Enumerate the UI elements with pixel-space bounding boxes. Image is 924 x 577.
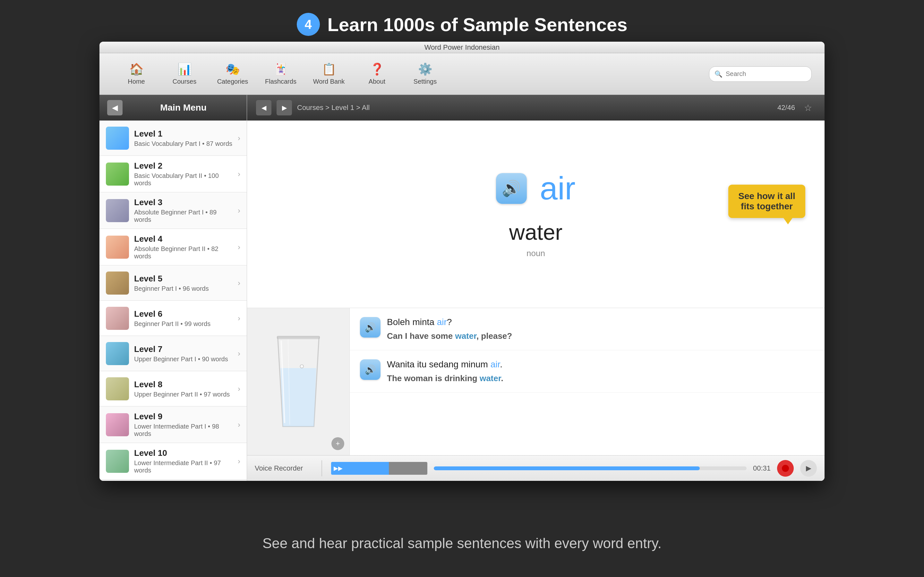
level-name-2: Level 2 [134,161,233,171]
level-info-1: Level 1 Basic Vocabulary Part I • 87 wor… [134,129,233,147]
home-icon: 🏠 [129,63,144,76]
app-title: Word Power Indonesian [425,43,499,52]
sentence-item-2: 🔊 Wanita itu sedang minum air. The woman… [350,350,825,393]
courses-label: Courses [173,78,196,85]
sentence-english-1: Can I have some water, please? [387,331,814,341]
toolbar-courses[interactable]: 📊 Courses [160,58,208,90]
app-window: Word Power Indonesian 🏠 Home 📊 Courses 🎭… [99,42,825,481]
toolbar-home[interactable]: 🏠 Home [112,58,160,90]
toolbar-settings[interactable]: ⚙️ Settings [401,58,449,90]
play-button[interactable]: ▶ [800,460,817,477]
sentence-indonesian-1: Boleh minta air? [387,317,814,327]
sentence-text-1: Boleh minta air? Can I have some water, … [387,317,814,341]
sentences-section: + 🔊 Boleh minta air? Can I hav [247,308,825,455]
level-item-7[interactable]: Level 7 Upper Beginner Part I • 90 words… [99,336,247,371]
level-item-8[interactable]: Level 8 Upper Beginner Part II • 97 word… [99,371,247,406]
recorder-progress-fill [434,466,700,470]
toolbar-flashcards[interactable]: 🃏 Flashcards [257,58,305,90]
word-card: 🔊 air water noun See how it all fits tog… [247,121,825,308]
toolbar-about[interactable]: ❓ About [353,58,401,90]
glass-image [260,334,337,430]
level-thumb-2 [106,163,129,185]
search-input[interactable] [726,70,806,77]
level-thumb-6 [106,307,129,330]
bottom-caption: See and hear practical sample sentences … [0,535,924,551]
flashcards-icon: 🃏 [274,63,288,76]
step-number: 4 [297,13,320,36]
wordbank-icon: 📋 [322,63,336,76]
search-bar[interactable]: 🔍 [709,66,812,82]
chevron-icon-3: › [238,206,240,215]
level-desc-10: Lower Intermediate Part II • 97 words [134,459,233,474]
sentence-english-plain-1: Can I have some [387,331,455,341]
sentence-english-plain-2: The woman is drinking [387,374,480,383]
level-info-6: Level 6 Beginner Part II • 99 words [134,309,233,327]
sentence-english-highlight-1: water [455,331,477,341]
level-thumb-3 [106,199,129,222]
settings-label: Settings [414,78,437,85]
sidebar-back-button[interactable]: ◀ [107,100,123,115]
breadcrumb-bar: ◀ ▶ Courses > Level 1 > All 42/46 ☆ [247,95,825,121]
sentence-audio-button-2[interactable]: 🔊 [360,359,381,380]
level-item-6[interactable]: Level 6 Beginner Part II • 99 words › [99,301,247,336]
recorder-time: 00:31 [753,464,771,472]
svg-point-0 [300,364,304,368]
level-item-2[interactable]: Level 2 Basic Vocabulary Part II • 100 w… [99,156,247,192]
sidebar-title: Main Menu [128,103,239,113]
level-item-10[interactable]: Level 10 Lower Intermediate Part II • 97… [99,443,247,480]
recorder-progress-bar[interactable] [434,466,746,470]
top-heading-section: 4 Learn 1000s of Sample Sentences [0,0,924,45]
chevron-icon-6: › [238,314,240,323]
sentence-indonesian-suffix-1: ? [447,317,452,327]
level-name-9: Level 9 [134,412,233,422]
next-button[interactable]: ▶ [276,100,292,115]
level-item-1[interactable]: Level 1 Basic Vocabulary Part I • 87 wor… [99,121,247,156]
chevron-icon-9: › [238,420,240,429]
level-info-7: Level 7 Upper Beginner Part I • 90 words [134,344,233,363]
sentence-english-suffix-2: . [501,374,503,383]
about-icon: ❓ [370,63,384,76]
card-counter: 42/46 [777,103,795,112]
toolbar-wordbank[interactable]: 📋 Word Bank [305,58,353,90]
level-item-5[interactable]: Level 5 Beginner Part I • 96 words › [99,266,247,301]
level-desc-9: Lower Intermediate Part I • 98 words [134,423,233,438]
level-info-10: Level 10 Lower Intermediate Part II • 97… [134,448,233,474]
level-info-2: Level 2 Basic Vocabulary Part II • 100 w… [134,161,233,187]
level-desc-3: Absolute Beginner Part I • 89 words [134,209,233,223]
level-thumb-7 [106,342,129,365]
level-name-4: Level 4 [134,234,233,244]
svg-rect-1 [277,336,320,339]
chevron-icon-2: › [238,169,240,179]
waveform-indicator: ▶▶ [334,465,342,472]
level-item-3[interactable]: Level 3 Absolute Beginner Part I • 89 wo… [99,192,247,229]
courses-icon: 📊 [178,63,192,76]
sentence-indonesian-plain-2: Wanita itu sedang minum [387,359,491,369]
record-button[interactable] [777,460,794,477]
level-desc-2: Basic Vocabulary Part II • 100 words [134,172,233,187]
settings-icon: ⚙️ [418,63,433,76]
level-desc-5: Beginner Part I • 96 words [134,285,233,292]
sentence-indonesian-plain-1: Boleh minta [387,317,437,327]
level-thumb-4 [106,235,129,259]
level-info-4: Level 4 Absolute Beginner Part II • 82 w… [134,234,233,260]
zoom-button[interactable]: + [331,437,344,450]
level-info-9: Level 9 Lower Intermediate Part I • 98 w… [134,412,233,438]
sentence-audio-button-1[interactable]: 🔊 [360,317,381,338]
sentence-indonesian-2: Wanita itu sedang minum air. [387,359,814,370]
recorder-waveform: ▶▶ [331,462,427,475]
voice-recorder: Voice Recorder ▶▶ 00:31 ▶ [247,455,825,481]
title-bar: Word Power Indonesian [99,42,825,53]
level-thumb-8 [106,377,129,400]
word-audio-button[interactable]: 🔊 [496,173,527,204]
caption-text: See and hear practical sample sentences … [262,535,662,551]
prev-button[interactable]: ◀ [256,100,271,115]
level-item-9[interactable]: Level 9 Lower Intermediate Part I • 98 w… [99,406,247,443]
sentence-indonesian-highlight-1: air [437,317,447,327]
level-item-4[interactable]: Level 4 Absolute Beginner Part II • 82 w… [99,229,247,266]
chevron-icon-1: › [238,134,240,143]
toolbar-categories[interactable]: 🎭 Categories [208,58,257,90]
categories-label: Categories [217,78,248,85]
favorite-button[interactable]: ☆ [800,100,816,115]
word-indonesian: air [540,170,575,207]
tooltip-text: See how it all fits together [738,191,795,211]
